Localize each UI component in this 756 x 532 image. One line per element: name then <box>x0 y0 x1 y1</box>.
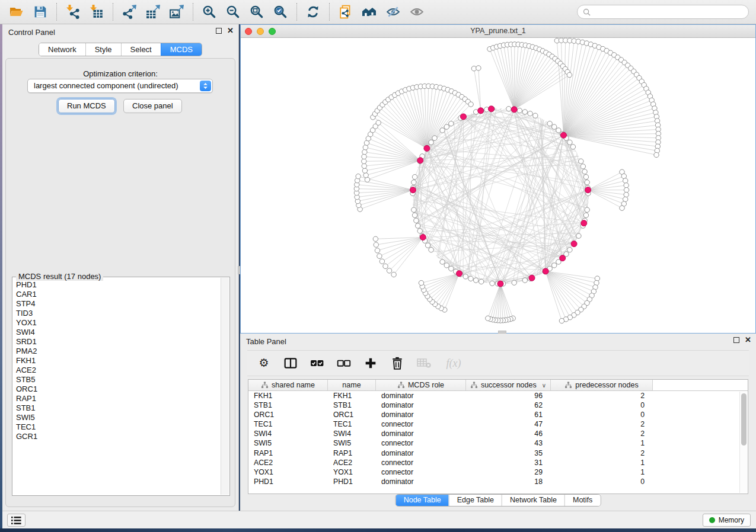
cell-mcds_role: connector <box>376 458 466 467</box>
mcds-result-item[interactable]: SWI5 <box>16 413 220 422</box>
network-window-titlebar[interactable]: YPA_prune.txt_1 <box>241 25 755 38</box>
column-header-MCDS-role[interactable]: MCDS role <box>376 380 466 390</box>
column-header-predecessor-nodes[interactable]: predecessor nodes <box>551 380 653 390</box>
table-row[interactable]: RAP1RAP1dominator352 <box>248 448 748 458</box>
memory-button[interactable]: Memory <box>703 514 751 527</box>
close-table-panel-icon[interactable]: ✕ <box>745 337 751 343</box>
table-mode-gear-icon[interactable]: ⚙ <box>257 356 271 370</box>
cell-shared_name: TEC1 <box>248 419 328 429</box>
export-table-icon[interactable] <box>141 2 165 22</box>
mcds-result-item[interactable]: TID3 <box>16 309 220 318</box>
tab-network-table[interactable]: Network Table <box>502 495 564 506</box>
mcds-result-item[interactable]: CAR1 <box>16 290 220 299</box>
table-scrollbar[interactable] <box>739 392 747 493</box>
cell-name: STB1 <box>328 400 376 410</box>
control-panel-titlebar: Control Panel ✕ <box>2 24 238 40</box>
task-history-button[interactable] <box>7 514 25 527</box>
table-row[interactable]: ORC1ORC1dominator610 <box>248 410 748 419</box>
first-neighbors-icon[interactable] <box>358 2 381 22</box>
cell-name: SWI5 <box>328 438 376 448</box>
search-input[interactable] <box>594 8 748 16</box>
mcds-result-item[interactable]: GCR1 <box>16 432 220 441</box>
cell-name: ACE2 <box>328 458 376 467</box>
cell-successor_nodes: 62 <box>466 400 551 410</box>
mcds-result-item[interactable]: SWI4 <box>16 328 220 337</box>
mcds-result-item[interactable]: TEC1 <box>16 422 220 432</box>
mcds-result-item[interactable]: YOX1 <box>16 318 220 328</box>
memory-button-label: Memory <box>719 516 744 524</box>
cell-mcds_role: dominator <box>376 477 466 486</box>
mcds-list-scrollbar[interactable] <box>221 278 229 495</box>
table-row[interactable]: STB1STB1dominator620 <box>248 400 748 410</box>
refresh-icon[interactable] <box>301 2 325 22</box>
cell-shared_name: YOX1 <box>248 467 328 477</box>
mcds-result-item[interactable]: ACE2 <box>16 366 220 375</box>
column-header-name[interactable]: name <box>328 380 376 390</box>
window-maximize-icon[interactable] <box>269 28 276 35</box>
cell-name: TEC1 <box>328 419 376 429</box>
select-all-columns-icon[interactable] <box>310 356 324 370</box>
delete-columns-icon[interactable] <box>390 356 404 370</box>
zoom-out-icon[interactable] <box>221 2 245 22</box>
zoom-selected-icon[interactable] <box>269 2 292 22</box>
table-scrollbar-thumb[interactable] <box>741 393 747 446</box>
create-column-icon[interactable] <box>363 356 378 370</box>
mcds-result-item[interactable]: STB1 <box>16 403 220 413</box>
mcds-result-item[interactable]: PMA2 <box>16 347 220 356</box>
tab-mcds[interactable]: MCDS <box>161 43 202 56</box>
unselect-all-columns-icon[interactable] <box>337 356 351 370</box>
zoom-fit-icon[interactable] <box>245 2 269 22</box>
close-panel-icon[interactable]: ✕ <box>227 28 234 34</box>
table-row[interactable]: FKH1FKH1dominator962 <box>248 391 748 400</box>
window-close-icon[interactable] <box>245 28 252 35</box>
mcds-result-item[interactable]: SRD1 <box>16 337 220 347</box>
mcds-result-item[interactable]: ORC1 <box>16 384 220 394</box>
tab-motifs[interactable]: Motifs <box>564 495 600 506</box>
tab-edge-table[interactable]: Edge Table <box>449 495 502 506</box>
new-network-from-selection-icon[interactable] <box>334 2 358 22</box>
tab-select[interactable]: Select <box>121 43 161 56</box>
zoom-in-icon[interactable] <box>197 2 221 22</box>
tab-style[interactable]: Style <box>85 43 121 56</box>
export-image-icon[interactable] <box>165 2 189 22</box>
tab-node-table[interactable]: Node Table <box>396 495 449 506</box>
mcds-result-item[interactable]: FKH1 <box>16 356 220 366</box>
mcds-result-item[interactable]: STP4 <box>16 299 220 309</box>
run-mcds-button[interactable]: Run MCDS <box>58 99 115 113</box>
network-canvas[interactable] <box>241 38 755 333</box>
toolbar-separator <box>296 3 297 21</box>
export-network-icon[interactable] <box>117 2 141 22</box>
network-graph[interactable] <box>241 38 755 333</box>
tab-network[interactable]: Network <box>39 43 85 56</box>
search-box[interactable] <box>577 5 749 19</box>
float-panel-icon[interactable] <box>216 28 222 34</box>
column-label: name <box>342 381 361 389</box>
float-table-panel-icon[interactable] <box>733 337 739 343</box>
column-header-shared-name[interactable]: shared name <box>248 380 328 390</box>
column-tree-icon <box>470 382 478 389</box>
column-header-successor-nodes[interactable]: successor nodes∨ <box>466 380 551 390</box>
save-session-icon[interactable] <box>28 2 52 22</box>
show-columns-icon[interactable] <box>283 356 298 370</box>
import-table-icon[interactable] <box>85 2 109 22</box>
mcds-result-box: MCDS result (17 nodes) PHD1CAR1STP4TID3Y… <box>12 277 230 496</box>
table-row[interactable]: SWI5SWI5connector431 <box>248 438 748 448</box>
mcds-result-item[interactable]: RAP1 <box>16 394 220 403</box>
cell-predecessor_nodes: 0 <box>551 400 653 410</box>
control-panel-title: Control Panel <box>8 28 55 37</box>
table-row[interactable]: YOX1YOX1connector291 <box>248 467 748 477</box>
close-panel-button[interactable]: Close panel <box>123 99 182 113</box>
criterion-dropdown[interactable]: largest connected component (undirected) <box>27 79 213 93</box>
import-network-icon[interactable] <box>61 2 85 22</box>
mcds-result-item[interactable]: STB5 <box>16 375 220 384</box>
open-file-icon[interactable] <box>5 2 28 22</box>
table-row[interactable]: TEC1TEC1connector472 <box>248 419 748 429</box>
table-row[interactable]: ACE2ACE2connector311 <box>248 458 748 467</box>
hide-selected-icon[interactable] <box>381 2 405 22</box>
window-minimize-icon[interactable] <box>257 28 264 35</box>
mcds-result-item[interactable]: PHD1 <box>16 280 220 290</box>
cell-shared_name: ORC1 <box>248 410 328 419</box>
table-row[interactable]: SWI4SWI4dominator462 <box>248 429 748 438</box>
show-all-icon[interactable] <box>405 2 429 22</box>
table-row[interactable]: PHD1PHD1dominator180 <box>248 477 748 486</box>
